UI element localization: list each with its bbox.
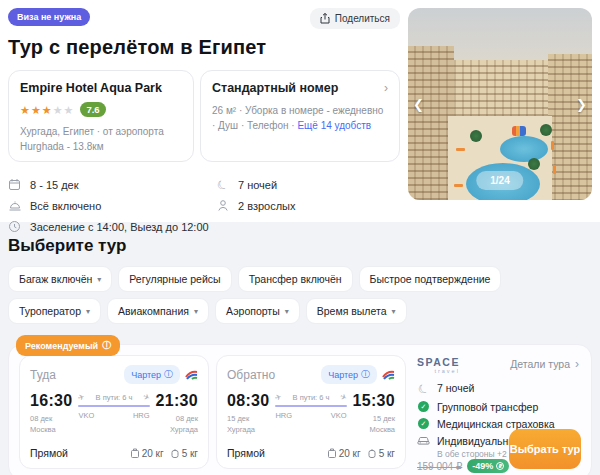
select-tour-button[interactable]: Выбрать тур [509,429,581,469]
photo-counter: 1/24 [476,171,523,190]
trip-nights-label: 7 ночей [238,179,277,191]
chevron-down-icon: ▾ [285,307,289,316]
flight-type: Прямой [227,447,265,459]
hotel-rating-badge: 7.6 [80,102,105,117]
moon-icon: ☾ [417,382,430,396]
header-section: Виза не нужна Поделиться Тур с перелётом… [0,0,600,222]
page-title: Тур с перелётом в Египет [8,36,400,59]
palm-tree [528,158,540,170]
filter-transfer[interactable]: Трансфер включён [238,266,353,292]
chevron-down-icon: ▾ [97,275,101,284]
chevron-right-icon: › [384,81,388,95]
discount-icon: ₽ [496,462,504,470]
tours-section-title: Выберите тур [8,236,592,256]
filter-chips: Багаж включён▾ Регулярные рейсы Трансфер… [8,266,592,324]
tour-operator-logo: SPACE travel [417,357,460,374]
photo-prev-arrow[interactable]: ❮ [413,97,424,112]
info-icon: ⓘ [164,368,173,381]
departure-time: 16:30 [30,393,72,409]
backpack-icon [368,448,376,458]
info-icon: ⓘ [361,368,370,381]
charter-badge: Чартерⓘ [124,365,180,384]
baggage-allowance: 20 кг [328,448,361,459]
clock-icon [8,221,21,232]
room-more-amenities-link[interactable]: Ещё 14 удобств [297,120,371,131]
trip-dates-label: 8 - 15 дек [30,179,79,191]
departure-date: 08 дек [30,414,52,423]
flight-card-outbound[interactable]: Туда Чартерⓘ 16:30 08 декМосква ✈ В п [19,355,209,469]
info-icon: ⓘ [102,339,111,352]
hotel-photo-carousel[interactable]: ❮ ❯ 1/24 [408,8,592,200]
palm-tree [470,130,482,142]
hotel-stars: ★★★★★ [20,100,74,118]
chevron-down-icon: ▾ [392,307,396,316]
airline-logo-icon [382,370,395,380]
suitcase-icon [131,448,139,458]
recommended-badge: Рекомендуемый ⓘ [16,335,120,356]
flight-type: Прямой [30,447,68,459]
tour-details-link[interactable]: Детали тура› [510,357,579,371]
trip-meal: Всё включено [8,195,216,216]
landing-icon: ✈ [338,392,348,403]
filter-fast-confirm[interactable]: Быстрое подтверждение [359,266,502,292]
takeoff-icon: ✈ [77,392,86,403]
share-label: Поделиться [335,13,390,24]
trip-nights: ☾ 7 ночей [216,174,296,195]
sunbed [551,141,554,150]
departure-city: Москва [30,425,56,434]
hotel-photo-waterslide [512,126,526,136]
room-name: Стандартный номер [212,81,338,95]
arrival-airport-code: HRG [133,411,150,420]
filter-airports[interactable]: Аэропорты▾ [215,298,300,324]
tour-offer-card: Туда Чартерⓘ 16:30 08 декМосква ✈ В п [8,344,592,475]
trip-guests: 2 взрослых [216,195,296,216]
sunbed [456,148,465,151]
tour-summary-panel: SPACE travel Детали тура› ☾ 7 ночей ✓ Гр… [413,355,581,469]
filter-airline[interactable]: Авиакомпания▾ [107,298,209,324]
check-icon: ✓ [417,418,430,429]
hotel-photo-pool [500,136,548,162]
hotel-card[interactable]: Empire Hotel Aqua Park ★★★★★ 7.6 Хургада… [8,70,194,162]
car-icon [417,435,430,446]
feature-group-transfer: ✓ Групповой трансфер [417,401,579,413]
trip-checkin: Заселение с 14:00, Выезд до 12:00 [8,216,216,237]
sunbed [553,165,556,174]
meal-icon [8,200,21,211]
filter-baggage[interactable]: Багаж включён▾ [8,266,112,292]
room-card[interactable]: Стандартный номер › 26 м² · Уборка в ном… [200,70,400,162]
filter-regular-flights[interactable]: Регулярные рейсы [118,266,231,292]
hand-baggage-allowance: 5 кг [171,448,198,459]
moon-icon: ☾ [216,178,229,192]
discount-badge: -49%₽ [467,459,509,473]
hotel-name: Empire Hotel Aqua Park [20,81,182,95]
check-icon: ✓ [417,401,430,412]
flight-duration: В пути: 6 ч [293,393,330,402]
trip-dates: 8 - 15 дек [8,174,216,195]
photo-next-arrow[interactable]: ❯ [576,97,587,112]
arrival-time: 15:30 [353,393,395,409]
arrival-date: 15 дек [373,414,395,423]
chevron-down-icon: ▾ [86,307,90,316]
palm-tree [540,124,552,136]
departure-date: 15 дек [227,414,249,423]
charter-badge: Чартерⓘ [321,365,377,384]
flight-card-return[interactable]: Обратно Чартерⓘ 08:30 15 декХургада ✈ [216,355,406,469]
takeoff-icon: ✈ [274,392,283,403]
backpack-icon [171,448,179,458]
arrival-date: 08 дек [176,414,198,423]
share-button[interactable]: Поделиться [310,8,400,29]
flight-route-line [78,405,149,407]
airline-logo-icon [185,370,198,380]
baggage-allowance: 20 кг [131,448,164,459]
share-icon [320,13,330,24]
feature-nights: ☾ 7 ночей [417,382,579,396]
hotel-location: Хургада, Египет · от аэропорта Hurghada … [20,125,182,154]
calendar-icon [8,179,21,190]
filter-operator[interactable]: Туроператор▾ [8,298,101,324]
arrival-city: Москва [369,425,395,434]
tours-section: Выберите тур Багаж включён▾ Регулярные р… [0,222,600,475]
hotel-photo-building [548,54,592,200]
person-icon [216,200,229,211]
departure-airport-code: HRG [275,411,292,420]
filter-departure-time[interactable]: Время вылета▾ [306,298,407,324]
